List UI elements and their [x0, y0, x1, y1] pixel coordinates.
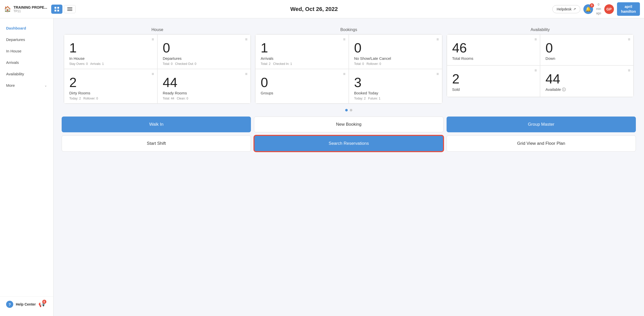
svg-rect-0: [55, 7, 56, 9]
group-master-button[interactable]: Group Master: [447, 117, 636, 132]
down-card: ≡ 0 Down: [540, 34, 634, 65]
grid-view-floor-plan-button[interactable]: Grid View and Floor Plan: [447, 135, 636, 152]
header-right: Helpdesk ↗ 🔔 0 0minago GP aprilhamilton: [552, 2, 640, 16]
dirty-rooms-filter-icon[interactable]: ≡: [152, 72, 154, 76]
arrivals-label: Arrivals: [261, 56, 343, 61]
help-icon: ?: [6, 301, 13, 308]
total-rooms-card: ≡ 46 Total Rooms: [447, 34, 540, 65]
no-show-filter-icon[interactable]: ≡: [436, 37, 439, 42]
svg-rect-5: [67, 9, 72, 9]
dirty-rooms-number: 2: [69, 75, 152, 90]
notification-badge: 0: [590, 3, 594, 8]
departures-card: ≡ 0 Departures Total: 0 Checked Out: 0: [157, 34, 251, 69]
ready-rooms-filter-icon[interactable]: ≡: [245, 72, 247, 76]
sidebar-item-availability[interactable]: Availability: [0, 68, 53, 80]
house-brand-icon: 🏠: [4, 6, 11, 12]
arrivals-card: ≡ 1 Arrivals Total: 2 Checked In: 1: [255, 34, 349, 69]
action-row-2: Start Shift Search Reservations Grid Vie…: [62, 135, 636, 152]
header-brand: TRAINING PROPE... TP11: [14, 5, 47, 13]
booked-today-sub: Today: 2 Future: 1: [354, 97, 437, 100]
house-section: House ≡ 1 In House Stay Overs: 0 Arrival…: [62, 24, 253, 104]
sidebar-item-departures[interactable]: Departures: [0, 34, 53, 45]
booked-today-filter-icon[interactable]: ≡: [436, 72, 439, 76]
external-link-icon: ↗: [573, 7, 576, 11]
hamburger-icon: [67, 7, 72, 11]
in-house-number: 1: [69, 41, 152, 55]
walk-in-button[interactable]: Walk In: [62, 117, 251, 132]
header-date: Wed, Oct 26, 2022: [76, 6, 552, 12]
down-filter-icon[interactable]: ≡: [628, 37, 630, 42]
megaphone-badge: 0: [42, 300, 46, 304]
available-filter-icon[interactable]: ≡: [628, 68, 630, 73]
departures-filter-icon[interactable]: ≡: [245, 37, 247, 42]
availability-cards: ≡ 46 Total Rooms ≡ 0 Down: [447, 34, 634, 97]
help-center-label: Help Center: [16, 302, 36, 306]
total-rooms-filter-icon[interactable]: ≡: [534, 37, 537, 42]
bookings-cards: ≡ 1 Arrivals Total: 2 Checked In: 1 ≡ 0 …: [255, 34, 442, 104]
app-container: 🏠 TRAINING PROPE... TP11 Wed, Oct 26, 20…: [0, 0, 644, 316]
pagination-dot-2[interactable]: [350, 109, 352, 111]
sidebar-item-more[interactable]: More ⌄: [0, 80, 53, 91]
in-house-sub: Stay Overs: 0 Arrivals: 1: [69, 62, 152, 66]
no-show-sub: Total: 0 Rollover: 0: [354, 62, 437, 66]
sidebar-item-inhouse[interactable]: In House: [0, 45, 53, 57]
brand-wrap: 🏠 TRAINING PROPE... TP11: [4, 5, 51, 13]
sidebar-item-arrivals[interactable]: Arrivals: [0, 57, 53, 68]
departures-label: Departures: [163, 56, 246, 61]
arrivals-number: 1: [261, 41, 343, 55]
brand-name: TRAINING PROPE...: [14, 5, 47, 9]
header: 🏠 TRAINING PROPE... TP11 Wed, Oct 26, 20…: [0, 0, 644, 18]
dirty-rooms-card: ≡ 2 Dirty Rooms Today: 2 Rollover: 0: [64, 69, 157, 104]
svg-rect-4: [67, 7, 72, 8]
groups-filter-icon[interactable]: ≡: [343, 72, 345, 76]
groups-card: ≡ 0 Groups: [255, 69, 349, 104]
dirty-rooms-sub: Today: 2 Rollover: 0: [69, 97, 152, 100]
pagination-dot-1[interactable]: [345, 109, 348, 111]
in-house-filter-icon[interactable]: ≡: [152, 37, 154, 42]
no-show-card: ≡ 0 No Show/Late Cancel Total: 0 Rollove…: [349, 34, 442, 69]
ready-rooms-card: ≡ 44 Ready Rooms Total: 44 Clean: 0: [157, 69, 251, 104]
booked-today-number: 3: [354, 75, 437, 90]
house-section-header: House: [62, 24, 253, 34]
megaphone-wrap: 📢 0: [38, 301, 45, 307]
sold-filter-icon[interactable]: ≡: [534, 68, 537, 73]
notifications-button[interactable]: 🔔 0: [583, 4, 593, 14]
down-number: 0: [545, 41, 628, 55]
helpdesk-button[interactable]: Helpdesk ↗: [552, 5, 580, 13]
dashboard-content: House ≡ 1 In House Stay Overs: 0 Arrival…: [53, 18, 644, 316]
user-menu-button[interactable]: aprilhamilton: [617, 2, 640, 16]
in-house-label: In House: [69, 56, 152, 61]
start-shift-button[interactable]: Start Shift: [62, 135, 251, 152]
sidebar-item-dashboard[interactable]: Dashboard: [0, 22, 53, 34]
grid-icon: [54, 7, 59, 12]
total-rooms-label: Total Rooms: [452, 56, 535, 61]
groups-label: Groups: [261, 91, 343, 95]
sold-number: 2: [452, 72, 535, 86]
search-reservations-button[interactable]: Search Reservations: [254, 135, 443, 152]
more-label: More: [6, 83, 15, 88]
arrivals-filter-icon[interactable]: ≡: [343, 37, 345, 42]
chevron-down-icon: ⌄: [44, 83, 47, 87]
bell-icon: 🔔: [585, 6, 591, 12]
time-ago: 0minago: [596, 3, 601, 15]
sidebar-footer[interactable]: ? Help Center 📢 0: [0, 296, 53, 312]
no-show-number: 0: [354, 41, 437, 55]
brand-sub: TP11: [14, 9, 47, 13]
time-label: 0minago: [596, 3, 601, 15]
menu-button[interactable]: [64, 5, 76, 13]
helpdesk-label: Helpdesk: [557, 7, 571, 11]
sidebar-nav: Dashboard Departures In House Arrivals A…: [0, 22, 53, 296]
dirty-rooms-label: Dirty Rooms: [69, 91, 152, 95]
down-label: Down: [545, 56, 628, 61]
svg-rect-3: [57, 10, 59, 11]
svg-rect-1: [57, 7, 59, 9]
new-booking-button[interactable]: New Booking: [254, 117, 443, 132]
available-label: Available ⓘ: [545, 87, 628, 92]
svg-rect-6: [67, 10, 72, 11]
action-row-1: Walk In New Booking Group Master: [62, 117, 636, 132]
avatar: GP: [604, 4, 614, 14]
no-show-label: No Show/Late Cancel: [354, 56, 437, 61]
availability-section-header: Availability: [445, 24, 636, 34]
grid-view-button[interactable]: [51, 5, 62, 14]
section-grid: House ≡ 1 In House Stay Overs: 0 Arrival…: [62, 24, 636, 104]
